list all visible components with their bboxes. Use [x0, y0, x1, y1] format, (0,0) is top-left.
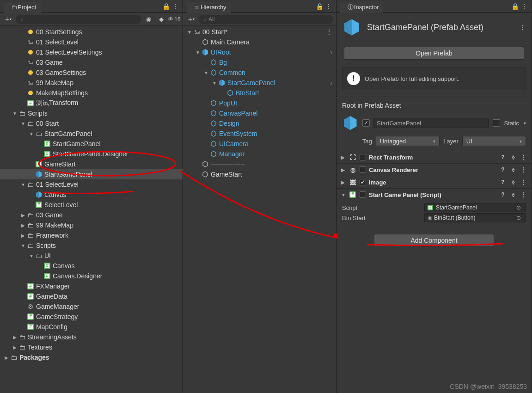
tree-row[interactable]: #GameData — [0, 291, 183, 301]
tree-row[interactable]: Manager — [183, 149, 336, 159]
expand-arrow-icon[interactable] — [29, 131, 34, 136]
tree-row[interactable]: 01 SelectLevel — [0, 37, 183, 47]
tree-row[interactable]: Design — [183, 118, 336, 129]
tree-row[interactable]: 03 Game — [0, 57, 183, 68]
tree-row[interactable]: 🗀03 Game — [0, 210, 183, 220]
component-menu-icon[interactable]: ⋮ — [520, 191, 527, 198]
help-icon[interactable]: ? — [499, 166, 507, 173]
tree-row[interactable]: #Canvas — [0, 261, 183, 271]
fold-arrow-icon[interactable]: ▶ — [341, 180, 346, 185]
open-prefab-button[interactable]: Open Prefab — [344, 47, 524, 60]
tree-row[interactable]: 🗀Packages — [0, 352, 183, 362]
tree-row[interactable]: 🗀01 SelectLevel — [0, 179, 183, 190]
expand-arrow-icon[interactable] — [12, 345, 18, 350]
lock-icon[interactable]: 🔒 — [511, 3, 519, 10]
tree-row[interactable]: 🗀StartGamePanel — [0, 129, 183, 139]
enable-checkbox[interactable] — [360, 191, 366, 198]
create-button[interactable]: +▾ — [3, 15, 14, 24]
hidden-toggle-icon[interactable]: 👁16 — [169, 15, 180, 24]
tree-row[interactable]: BtnStart — [183, 88, 336, 98]
tree-row[interactable]: Bg — [183, 57, 336, 68]
help-icon[interactable]: ? — [499, 191, 507, 198]
component-header[interactable]: ▶🖼✓Image?⎀⋮ — [336, 176, 532, 188]
tree-row[interactable]: 🗀Scripts — [0, 108, 183, 118]
tree-row[interactable]: #GameStart — [0, 159, 183, 169]
object-picker-icon[interactable]: ⊙ — [516, 204, 523, 211]
object-picker-icon[interactable]: ⊙ — [516, 215, 523, 221]
tree-row[interactable]: 🗀Textures — [0, 342, 183, 352]
object-name-field[interactable]: StartGamePanel — [373, 118, 489, 128]
component-header[interactable]: ▶⛶Rect Transform?⎀⋮ — [336, 151, 532, 163]
tree-row[interactable]: EventSystem — [183, 129, 336, 139]
prefab-open-icon[interactable]: › — [330, 49, 336, 56]
component-menu-icon[interactable]: ⋮ — [520, 166, 527, 173]
expand-arrow-icon[interactable] — [187, 30, 192, 35]
preset-icon[interactable]: ⎀ — [509, 154, 517, 160]
expand-arrow-icon[interactable] — [12, 335, 18, 340]
tree-row[interactable]: ⚙GameManager — [0, 301, 183, 312]
help-icon[interactable]: ? — [499, 154, 507, 160]
row-menu-icon[interactable]: ⋮ — [326, 28, 336, 36]
tree-row[interactable]: ----------------- — [183, 159, 336, 169]
fold-arrow-icon[interactable]: ▶ — [341, 155, 346, 160]
help-icon[interactable]: ? — [499, 179, 507, 185]
expand-arrow-icon[interactable] — [20, 182, 26, 187]
panel-menu-icon[interactable]: ⋮ — [325, 3, 332, 10]
project-tree[interactable]: 00 StartSettings01 SelectLevel01 SelectL… — [0, 26, 183, 393]
enable-checkbox[interactable] — [360, 166, 366, 173]
tree-row[interactable]: 🗀StreamingAssets — [0, 332, 183, 342]
hierarchy-tab[interactable]: ≡ Hierarchy — [187, 2, 231, 13]
project-tab[interactable]: 🗀 Project — [4, 2, 41, 13]
fold-arrow-icon[interactable]: ▼ — [341, 192, 346, 197]
tree-row[interactable]: 01 SelectLevelSettings — [0, 47, 183, 57]
expand-arrow-icon[interactable] — [195, 50, 201, 55]
tree-row[interactable]: #Canvas.Designer — [0, 271, 183, 281]
tree-row[interactable]: 🗀99 MakeMap — [0, 220, 183, 230]
tree-row[interactable]: 🗀00 Start — [0, 118, 183, 129]
component-menu-icon[interactable]: ⋮ — [520, 179, 527, 185]
expand-arrow-icon[interactable] — [29, 253, 34, 258]
preset-icon[interactable]: ⎀ — [509, 166, 517, 173]
enable-checkbox[interactable] — [360, 154, 366, 160]
component-menu-icon[interactable]: ⋮ — [520, 154, 527, 160]
add-component-button[interactable]: Add Component — [374, 234, 494, 247]
object-field[interactable]: #StartGamePanel⊙ — [424, 203, 526, 212]
expand-arrow-icon[interactable] — [12, 111, 18, 116]
inspector-tab[interactable]: ⓘ Inspector — [340, 2, 383, 13]
panel-menu-icon[interactable]: ⋮ — [171, 3, 179, 10]
tree-row[interactable]: StartGamePanel› — [183, 78, 336, 88]
lock-icon[interactable]: 🔒 — [316, 3, 323, 10]
expand-arrow-icon[interactable] — [212, 80, 217, 86]
component-menu-icon[interactable]: ⋮ — [519, 24, 526, 31]
tree-row[interactable]: Canvas — [0, 190, 183, 200]
preset-icon[interactable]: ⎀ — [509, 179, 517, 185]
tree-row[interactable]: #MapConfig — [0, 322, 183, 332]
expand-arrow-icon[interactable] — [203, 70, 209, 75]
object-field[interactable]: ◉BtnStart (Button)⊙ — [424, 213, 526, 222]
tree-row[interactable]: Main Camera — [183, 37, 336, 47]
tree-row[interactable]: 🗀UI — [0, 251, 183, 261]
component-header[interactable]: ▶◎Canvas Renderer?⎀⋮ — [336, 164, 532, 176]
tree-row[interactable]: #SelectLevel — [0, 200, 183, 210]
tree-row[interactable]: #StartGamePanel — [0, 139, 183, 149]
tree-row[interactable]: #GameStrategy — [0, 312, 183, 322]
static-dropdown-icon[interactable]: ▾ — [524, 121, 526, 126]
expand-arrow-icon[interactable] — [20, 223, 26, 228]
static-checkbox[interactable] — [493, 119, 500, 127]
fold-arrow-icon[interactable]: ▶ — [341, 167, 346, 172]
tree-row[interactable]: UICamera — [183, 139, 336, 149]
expand-arrow-icon[interactable] — [20, 121, 26, 126]
tree-row[interactable]: MakeMapSettings — [0, 88, 183, 98]
expand-arrow-icon[interactable] — [4, 355, 9, 360]
tree-row[interactable]: UIRoot› — [183, 47, 336, 57]
layer-dropdown[interactable]: UI▾ — [462, 136, 526, 146]
tree-row[interactable]: 03 GameSettings — [0, 68, 183, 78]
component-header[interactable]: ▼#Start Game Panel (Script)?⎀⋮ — [336, 189, 532, 201]
tree-row[interactable]: #FXManager — [0, 281, 183, 291]
enable-checkbox[interactable]: ✓ — [360, 179, 366, 185]
preset-icon[interactable]: ⎀ — [509, 191, 517, 198]
tree-row[interactable]: CanvasPanel — [183, 108, 336, 118]
project-search[interactable]: ⌕ — [16, 15, 141, 24]
tree-row[interactable]: GameStart — [183, 169, 336, 179]
tree-row[interactable]: 99 MakeMap — [0, 78, 183, 88]
